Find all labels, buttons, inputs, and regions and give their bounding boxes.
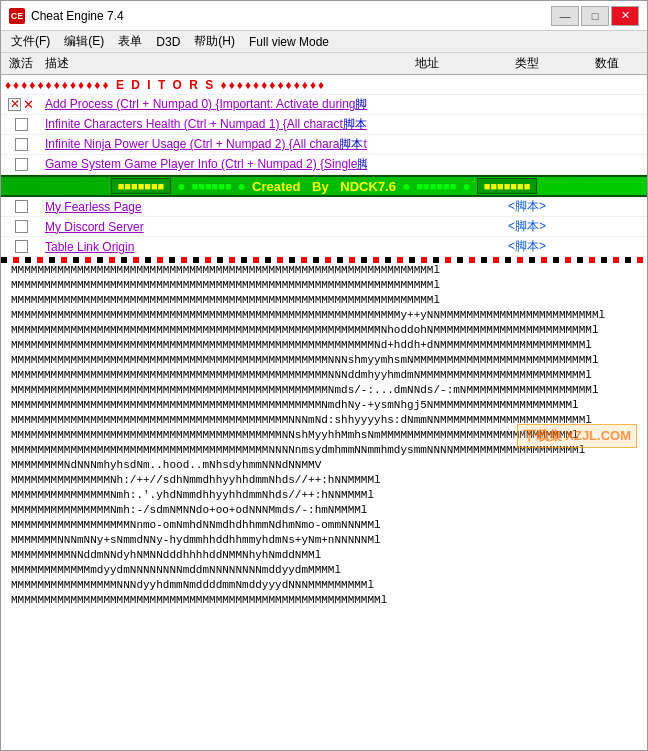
list-item: Game System Game Player Info (Ctrl + Num… (1, 155, 647, 175)
list-item: My Fearless Page <脚本> (1, 197, 647, 217)
maximize-button[interactable]: □ (581, 6, 609, 26)
sub-checkbox-2[interactable] (15, 240, 28, 253)
discord-server-script[interactable]: <脚本> (487, 218, 567, 235)
list-item: Infinite Characters Health (Ctrl + Numpa… (1, 115, 647, 135)
window-controls: — □ ✕ (551, 6, 639, 26)
dot-right: ● (462, 178, 470, 194)
cheat-list: ♦♦♦♦♦♦♦♦♦♦♦♦♦ E D I T O R S ♦♦♦♦♦♦♦♦♦♦♦♦… (1, 75, 647, 750)
checkbox-3[interactable] (15, 158, 28, 171)
menu-file[interactable]: 文件(F) (5, 31, 56, 52)
entry-check-0[interactable]: ✕ (1, 97, 41, 112)
mono-line: MMMMMMMMNdNNNmhyhsdNm..hood..mNhsdyhmmNN… (1, 458, 647, 473)
mono-line: MMMMMMMMMMMMMMMMMMMMMMMMMMMMMMMMMMMMMMMM… (1, 308, 647, 323)
created-label: Created (252, 179, 300, 194)
mono-line: MMMMMMMMMMMMMMMMMMMMMMMMMMMMMMMMMMMMMMMM… (1, 278, 647, 293)
mono-line: MMMMMMMMMMMMMMMNh:/++//sdhNmmdhhyyhhdmmN… (1, 473, 647, 488)
mono-line: MMMMMMMMMMMMMMMMMMMMMMMMMMMMMMMMMMMMMMMM… (1, 323, 647, 338)
close-button[interactable]: ✕ (611, 6, 639, 26)
mono-line: MMMMMMMMMMMMMMMMMMMMMMMMMMMMMMMMMMMMMMMM… (1, 338, 647, 353)
entry-desc-1[interactable]: Infinite Characters Health (Ctrl + Numpa… (41, 116, 367, 133)
list-item: Table Link Origin <脚本> (1, 237, 647, 257)
mono-line: MMMMMMMMMMMMMMMNmh:.'.yhdNmmdhhyyhhdmmNh… (1, 488, 647, 503)
created-text: Created By NDCK7.6 (252, 179, 396, 194)
title-bar-left: CE Cheat Engine 7.4 (9, 8, 124, 24)
mono-line: MMMMMMMMMMMMMMMMMMMMMMMMMMMMMMMMMMMMMMMM… (1, 353, 647, 368)
app-icon: CE (9, 8, 25, 24)
entry-desc-2[interactable]: Infinite Ninja Power Usage (Ctrl + Numpa… (41, 136, 367, 153)
fearless-page-desc[interactable]: My Fearless Page (41, 200, 367, 214)
title-bar: CE Cheat Engine 7.4 — □ ✕ (1, 1, 647, 31)
list-item: My Discord Server <脚本> (1, 217, 647, 237)
banner-inner-left: ■■■■■■ (192, 180, 232, 192)
mono-line: MMMMMMMMMMMMMMMMMMMMMMMMMMMMMMMMMMMMMMMM… (1, 293, 647, 308)
menu-fullview[interactable]: Full view Mode (243, 33, 335, 51)
table-header: 激活 描述 地址 类型 数值 (1, 53, 647, 75)
menu-edit[interactable]: 编辑(E) (58, 31, 110, 52)
col-desc: 描述 (41, 55, 367, 72)
col-activate: 激活 (1, 55, 41, 72)
minimize-button[interactable]: — (551, 6, 579, 26)
col-addr: 地址 (367, 55, 487, 72)
mono-line: MMMMMMMMMMMMMMMMMMMMMMMMMMMMMMMMMMMMMMMN… (1, 443, 647, 458)
menu-bar: 文件(F) 编辑(E) 表单 D3D 帮助(H) Full view Mode (1, 31, 647, 53)
editors-label: ♦♦♦♦♦♦♦♦♦♦♦♦♦ E D I T O R S ♦♦♦♦♦♦♦♦♦♦♦♦… (1, 78, 330, 92)
table-link-script[interactable]: <脚本> (487, 238, 567, 255)
mono-line: MMMMMMMMMMMMmdyydmNNNNNNNNmddmNNNNNNNNmd… (1, 563, 647, 578)
mono-line: MMMMMMMMMMMMMMMMNNNdyyhdmmNmddddmmNmddyy… (1, 578, 647, 593)
created-banner: ■■■■■■■ ● ■■■■■■ ● Created By NDCK7.6 ● … (1, 175, 647, 197)
mono-line: MMMMMMMMMMMMMMMMMMMMMMMMMMMMMMMMMMMMMMMM… (1, 428, 647, 443)
menu-d3d[interactable]: D3D (150, 33, 186, 51)
mono-line: MMMMMMMMMMMMMMMMMMMMMMMMMMMMMMMMMMMMMMMM… (1, 383, 647, 398)
table-link-desc[interactable]: Table Link Origin (41, 240, 367, 254)
x-icon-0: ✕ (23, 97, 34, 112)
mono-line: MMMMMMMMMNNddmNNdyhNMNNdddhhhhddNMMNhyhN… (1, 548, 647, 563)
entry-check-2[interactable] (1, 138, 41, 151)
mono-line: MMMMMMMMMMMMMMMMMMNnmo-omNmhdNNmdhdhhmmN… (1, 518, 647, 533)
mono-line: MMMMMMMMMMMMMMMMMMMMMMMMMMMMMMMMMMMMMMMM… (1, 368, 647, 383)
banner-left-seg: ■■■■■■■ (111, 178, 172, 194)
banner-right-seg: ■■■■■■■ (477, 178, 538, 194)
list-item: Infinite Ninja Power Usage (Ctrl + Numpa… (1, 135, 647, 155)
col-type: 类型 (487, 55, 567, 72)
dot-center-right: ● (402, 178, 410, 194)
checkbox-0[interactable] (8, 98, 21, 111)
menu-table[interactable]: 表单 (112, 31, 148, 52)
mono-line: MMMMMMMMMMMMMMMMMMMMMMMMMMMMMMMMMMMMMMMM… (1, 413, 647, 428)
entry-check-3[interactable] (1, 158, 41, 171)
sub-check-1[interactable] (1, 220, 41, 233)
sub-check-2[interactable] (1, 240, 41, 253)
checkbox-1[interactable] (15, 118, 28, 131)
main-window: CE Cheat Engine 7.4 — □ ✕ 文件(F) 编辑(E) 表单… (0, 0, 648, 751)
mono-line: MMMMMMMNNNmNNy+sNmmdNNy-hydmmhhddhhmmyhd… (1, 533, 647, 548)
window-title: Cheat Engine 7.4 (31, 9, 124, 23)
mono-section: 下载集 XZJL.COM MMMMMMMMMMMMMMMMMMMMMMMMMMM… (1, 263, 647, 608)
checkbox-2[interactable] (15, 138, 28, 151)
col-val: 数值 (567, 55, 647, 72)
mono-content: MMMMMMMMMMMMMMMMMMMMMMMMMMMMMMMMMMMMMMMM… (1, 263, 647, 608)
entry-desc-0[interactable]: Add Process (Ctrl + Numpad 0) {Important… (41, 96, 367, 113)
entry-desc-3[interactable]: Game System Game Player Info (Ctrl + Num… (41, 156, 367, 173)
dot-left: ● (177, 178, 185, 194)
mono-line: MMMMMMMMMMMMMMMNmh:-/sdmNMNNdo+oo+odNNNM… (1, 503, 647, 518)
menu-help[interactable]: 帮助(H) (188, 31, 241, 52)
by-label: By (312, 179, 329, 194)
sub-checkbox-1[interactable] (15, 220, 28, 233)
editors-row: ♦♦♦♦♦♦♦♦♦♦♦♦♦ E D I T O R S ♦♦♦♦♦♦♦♦♦♦♦♦… (1, 75, 647, 95)
mono-line: MMMMMMMMMMMMMMMMMMMMMMMMMMMMMMMMMMMMMMMM… (1, 263, 647, 278)
sub-check-0[interactable] (1, 200, 41, 213)
mono-line: MMMMMMMMMMMMMMMMMMMMMMMMMMMMMMMMMMMMMMMM… (1, 398, 647, 413)
list-item: ✕ Add Process (Ctrl + Numpad 0) {Importa… (1, 95, 647, 115)
banner-inner-right: ■■■■■■ (416, 180, 456, 192)
sub-checkbox-0[interactable] (15, 200, 28, 213)
entry-check-1[interactable] (1, 118, 41, 131)
fearless-page-script[interactable]: <脚本> (487, 198, 567, 215)
dot-center-left: ● (238, 178, 246, 194)
author-label: NDCK7.6 (340, 179, 396, 194)
discord-server-desc[interactable]: My Discord Server (41, 220, 367, 234)
mono-line: MMMMMMMMMMMMMMMMMMMMMMMMMMMMMMMMMMMMMMMM… (1, 593, 647, 608)
